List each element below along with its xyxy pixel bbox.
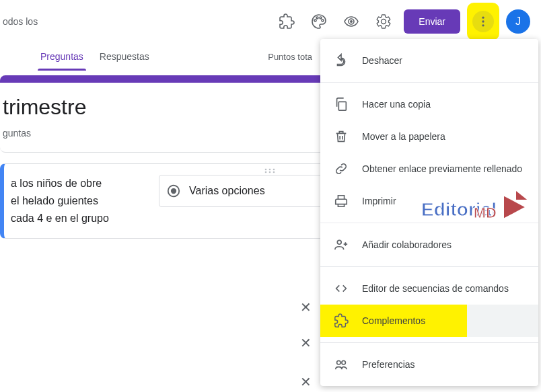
question-text[interactable]: a los niños de obre el helado guientes c… <box>11 175 112 227</box>
menu-preferences[interactable]: Preferencias <box>320 348 538 381</box>
menu-make-copy[interactable]: Hacer una copia <box>320 88 538 120</box>
svg-rect-12 <box>338 102 346 110</box>
trash-icon <box>334 129 349 144</box>
menu-add-collaborators[interactable]: Añadir colaboradores <box>320 229 538 261</box>
avatar[interactable]: J <box>506 9 530 34</box>
svg-point-4 <box>264 169 266 171</box>
close-icon[interactable]: ✕ <box>300 374 312 390</box>
menu-prefilled-link-label: Obtener enlace previamente rellenado <box>362 163 522 174</box>
svg-point-11 <box>171 188 176 194</box>
breadcrumb-fragment: odos los <box>0 15 38 28</box>
svg-point-8 <box>268 171 270 173</box>
close-icon[interactable]: ✕ <box>300 335 312 351</box>
settings-icon[interactable] <box>367 5 400 38</box>
add-user-icon <box>334 237 349 252</box>
menu-print[interactable]: Imprimir <box>320 185 538 217</box>
addon-icon[interactable] <box>270 5 303 38</box>
code-icon <box>334 281 349 296</box>
menu-addons-label: Complementos <box>362 315 425 326</box>
menu-undo-label: Deshacer <box>362 55 402 66</box>
menu-preferences-label: Preferencias <box>362 359 415 370</box>
svg-point-5 <box>268 169 270 171</box>
svg-point-0 <box>350 20 353 23</box>
preferences-icon <box>334 357 349 372</box>
menu-divider <box>320 223 538 223</box>
drag-handle-icon[interactable] <box>260 167 279 175</box>
link-icon <box>334 161 349 176</box>
preview-icon[interactable] <box>335 5 367 38</box>
tab-questions[interactable]: Preguntas <box>32 43 92 70</box>
send-button[interactable]: Enviar <box>404 9 460 34</box>
menu-print-label: Imprimir <box>362 196 396 206</box>
menu-script-editor[interactable]: Editor de secuencias de comandos <box>320 272 538 305</box>
tab-responses[interactable]: Respuestas <box>92 43 157 70</box>
theme-icon[interactable] <box>303 5 335 38</box>
more-vert-icon <box>472 11 494 32</box>
svg-point-7 <box>264 171 266 173</box>
menu-add-collaborators-label: Añadir colaboradores <box>362 239 452 250</box>
svg-point-6 <box>273 169 275 171</box>
menu-prefilled-link[interactable]: Obtener enlace previamente rellenado <box>320 153 538 185</box>
menu-divider <box>320 266 538 267</box>
menu-move-trash[interactable]: Mover a la papelera <box>320 120 538 153</box>
menu-divider <box>320 82 538 83</box>
menu-addons[interactable]: Complementos <box>320 305 538 337</box>
radio-icon <box>166 184 181 198</box>
svg-point-3 <box>482 24 484 26</box>
svg-point-2 <box>482 20 484 22</box>
svg-point-14 <box>337 361 341 365</box>
print-icon <box>334 194 349 208</box>
copy-icon <box>334 97 349 112</box>
top-bar: odos los Enviar J <box>0 0 541 43</box>
menu-undo[interactable]: Deshacer <box>320 44 538 77</box>
menu-make-copy-label: Hacer una copia <box>362 99 431 110</box>
more-options-button[interactable] <box>467 3 499 40</box>
menu-move-trash-label: Mover a la papelera <box>362 131 445 142</box>
menu-divider <box>320 342 538 343</box>
total-points-label: Puntos tota <box>268 52 312 62</box>
close-icon[interactable]: ✕ <box>300 299 312 315</box>
svg-point-15 <box>342 361 346 365</box>
question-type-select[interactable]: Varias opciones ▾ <box>159 175 334 207</box>
svg-point-9 <box>273 171 275 173</box>
question-type-label: Varias opciones <box>189 185 265 197</box>
more-options-menu: Deshacer Hacer una copia Mover a la pape… <box>320 39 538 386</box>
addon-icon <box>334 313 349 328</box>
undo-icon <box>334 53 349 68</box>
svg-point-13 <box>337 240 341 244</box>
svg-point-1 <box>482 17 484 19</box>
menu-script-editor-label: Editor de secuencias de comandos <box>362 283 509 294</box>
